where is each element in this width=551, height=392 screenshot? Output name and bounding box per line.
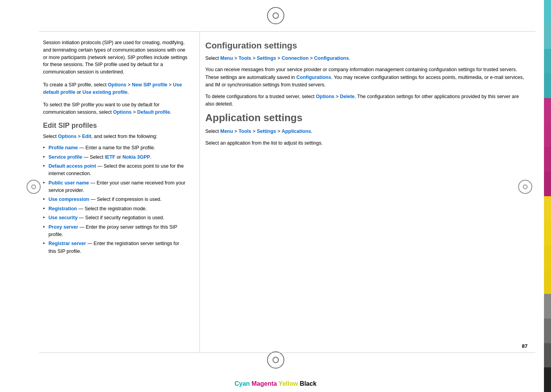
registration-desc: — Select the registration mode. (78, 206, 147, 211)
circle-inner-bottom (273, 357, 279, 363)
config-gt2: > (251, 55, 257, 61)
list-item-profile-name: Profile name — Enter a name for the SIP … (43, 144, 188, 152)
magenta-label: Magenta (251, 380, 277, 387)
config-select: Select (205, 55, 220, 61)
yellow-strip-2 (544, 220, 551, 245)
service-profile-term: Service profile (48, 154, 82, 160)
gray-strip-2 (544, 319, 551, 343)
nokia-link: Nokia 3GPP (122, 154, 150, 160)
gray-strip-3 (544, 343, 551, 368)
registrar-server-term: Registrar server (48, 241, 86, 246)
config-body2: To delete configurations for a trusted s… (205, 93, 528, 108)
config-gt4: > (309, 55, 314, 61)
black-label: Black (300, 380, 317, 387)
config-gt5: > (334, 94, 340, 99)
edit-sip-heading: Edit SIP profiles (43, 122, 188, 130)
edit-after: , and select from the following: (91, 134, 157, 139)
list-item-service-profile: Service profile — Select IETF or Nokia 3… (43, 154, 188, 161)
profile-name-desc: — Enter a name for the SIP profile. (79, 145, 155, 150)
config-body2-start: To delete configurations for a trusted s… (205, 94, 316, 99)
app-select: Select (205, 129, 220, 134)
list-item-registrar-server: Registrar server — Enter the registratio… (43, 240, 188, 255)
edit-intro-select: Select (43, 134, 58, 139)
edit-sip-intro: Select Options > Edit, and select from t… (43, 133, 188, 140)
config-menu: Menu (220, 55, 233, 61)
options-link-2: Options (113, 109, 131, 115)
magenta-strip-2 (544, 122, 551, 147)
profile-name-term: Profile name (48, 145, 78, 150)
config-settings-heading: Configuration settings (205, 41, 528, 51)
service-period: . (150, 154, 151, 160)
options-link-1: Options (108, 82, 126, 88)
service-or: or (115, 154, 122, 160)
create-sip-paragraph: To create a SIP profile, select Options … (43, 81, 188, 96)
new-sip-link: New SIP profile (132, 82, 167, 88)
select-sip-paragraph: To select the SIP profile you want to us… (43, 101, 188, 116)
intro-paragraph: Session initiation protocols (SIP) are u… (43, 39, 188, 76)
app-applications: Applications (282, 129, 311, 134)
edit-gt: > (76, 134, 82, 139)
config-nav: Select Menu > Tools > Settings > Connect… (205, 55, 528, 62)
use-existing-link: Use existing profile (83, 89, 127, 95)
app-nav-end: . (311, 129, 312, 134)
app-settings-word: Settings (257, 129, 276, 134)
edit-sip-list: Profile name — Enter a name for the SIP … (43, 144, 188, 255)
service-profile-desc: — Select (84, 154, 105, 160)
app-gt1: > (233, 129, 239, 134)
edit-link: Edit (82, 134, 92, 139)
default-profile-link: Default profile (137, 109, 170, 115)
use-security-term: Use security (48, 215, 77, 220)
config-body1: You can receive messages from your servi… (205, 66, 528, 89)
app-body: Select an application from the list to a… (205, 140, 528, 147)
app-settings-heading: Application settings (205, 112, 528, 124)
default-access-term: Default access point (48, 163, 96, 169)
list-item-proxy-server: Proxy server — Enter the proxy server se… (43, 224, 188, 239)
config-settings-word: Settings (257, 55, 276, 61)
cyan-strip-4 (544, 73, 551, 98)
config-connection: Connection (282, 55, 309, 61)
gray-strip-1 (544, 294, 551, 319)
create-sip-text: To create a SIP profile, select (43, 82, 108, 88)
app-tools: Tools (239, 129, 251, 134)
config-gt3: > (276, 55, 282, 61)
config-delete: Delete (340, 94, 355, 99)
cyan-strip-3 (544, 49, 551, 73)
circle-inner-top (273, 13, 279, 19)
h-rule-bottom (39, 353, 535, 353)
configurations-bold: Configurations (296, 75, 331, 80)
circle-inner-left (31, 184, 36, 189)
period1: . (127, 89, 129, 95)
config-options2: Options (316, 94, 334, 99)
or-text: or (75, 89, 83, 95)
circle-bottom-center (267, 351, 284, 369)
app-nav: Select Menu > Tools > Settings > Applica… (205, 128, 528, 135)
magenta-strip-1 (544, 98, 551, 123)
left-column: Session initiation protocols (SIP) are u… (43, 39, 196, 349)
gt1: > (126, 82, 132, 88)
public-user-term: Public user name (48, 180, 89, 186)
config-gt1: > (233, 55, 239, 61)
cyan-strip-2 (544, 25, 551, 49)
config-tools: Tools (239, 55, 251, 61)
use-security-desc: — Select if security negotiation is used… (79, 215, 164, 220)
magenta-strip-3 (544, 147, 551, 172)
app-gt2: > (251, 129, 257, 134)
period2: . (170, 109, 171, 115)
yellow-label: Yellow (278, 380, 298, 387)
circle-left-middle (27, 180, 41, 194)
registration-term: Registration (48, 206, 77, 211)
list-item-public-user: Public user name — Enter your user name … (43, 179, 188, 195)
circle-top-center (267, 7, 284, 24)
use-compression-term: Use compression (48, 197, 89, 202)
proxy-server-term: Proxy server (48, 224, 78, 230)
list-item-use-compression: Use compression — Select if compression … (43, 196, 188, 203)
use-compression-desc: — Select if compression is used. (91, 197, 162, 202)
bottom-color-labels: Cyan Magenta Yellow Black (0, 380, 551, 387)
h-rule-top (39, 31, 535, 32)
list-item-default-access: Default access point — Select the access… (43, 163, 188, 178)
yellow-strip-4 (544, 270, 551, 294)
cyan-label: Cyan (235, 380, 250, 387)
app-menu: Menu (220, 129, 233, 134)
right-column: Configuration settings Select Menu > Too… (196, 39, 528, 349)
cyan-strip-1 (544, 0, 551, 25)
